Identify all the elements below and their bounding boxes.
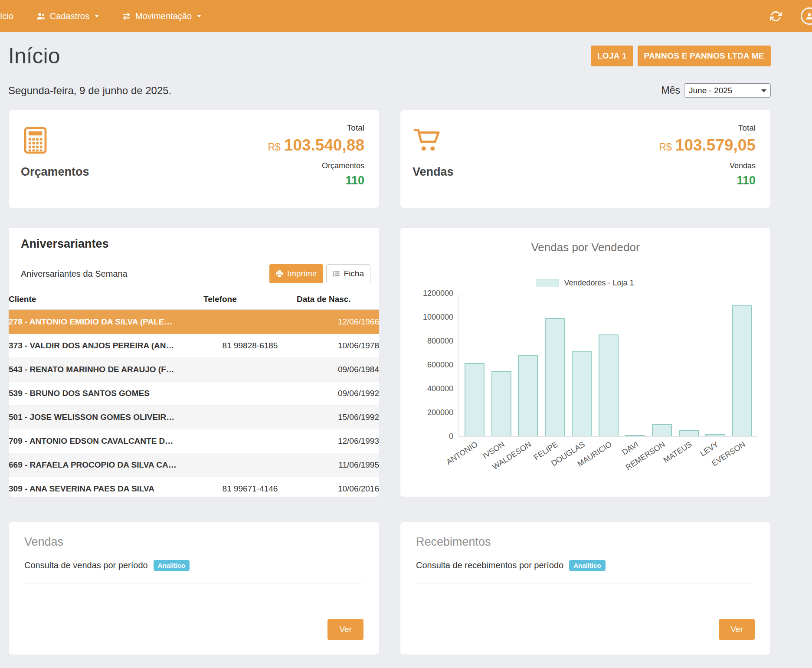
aniversariantes-card: Aniversariantes Aniversariantes da Seman… [8,227,380,497]
table-row[interactable]: 709 - ANTONIO EDSON CAVALCANTE D…12/06/1… [9,429,379,453]
table-row[interactable]: 543 - RENATO MARINHO DE ARAUJO (F…09/06/… [9,358,379,382]
y-axis-label: 1000000 [423,313,453,322]
x-axis-label: ANTONIO [445,440,479,467]
currency-symbol: R$ [268,141,280,153]
aniversariantes-subtitle: Aniversariantes da Semana [21,269,128,279]
ver-recebimentos-button[interactable]: Ver [719,619,755,640]
y-axis-label: 200000 [427,408,453,417]
bar-slot: DAVI [622,294,648,436]
chart-title: Vendas por Vendedor [413,241,757,254]
table-row[interactable]: 309 - ANA SEVERINA PAES DA SILVA81 99671… [9,477,379,498]
nav-movimentacao[interactable]: Movimentação [110,11,213,21]
client-cell: 501 - JOSE WELISSON GOMES OLIVEIR… [9,406,203,429]
birthdate-cell: 09/06/1984 [297,358,379,382]
bar-slot: LEVY [702,294,729,436]
bar-slot: WALDESON [514,294,541,436]
phone-cell [203,453,297,477]
divider [416,583,755,583]
month-label: Mês [661,85,680,96]
count-label: Vendas [730,161,756,170]
client-cell: 709 - ANTONIO EDSON CAVALCANTE D… [9,429,203,453]
orcamentos-total-amount: R$ 103.540,88 [268,136,364,154]
legend-label: Vendedores - Loja 1 [564,278,634,288]
divider [24,583,363,583]
chart-legend: Vendedores - Loja 1 [413,278,757,288]
bar-waldeson [518,355,538,436]
amount-value: 103.579,05 [675,136,756,154]
users-icon [36,11,46,21]
bar-mauricio [599,334,619,436]
y-axis: 020000040000060000080000010000001200000 [415,294,458,437]
month-select[interactable]: June - 2025 [684,83,771,98]
bar-mateus [679,430,699,436]
ver-vendas-button[interactable]: Ver [327,619,363,640]
vendas-por-vendedor-card: Vendas por Vendedor Vendedores - Loja 1 … [400,227,771,497]
table-row[interactable]: 501 - JOSE WELISSON GOMES OLIVEIR…15/06/… [9,406,379,429]
nav-right [770,0,812,32]
phone-cell [203,406,297,429]
nav-cadastros[interactable]: Cadastros [25,11,110,21]
imprimir-button[interactable]: Imprimir [269,264,323,283]
client-cell: 539 - BRUNO DOS SANTOS GOMES [9,382,203,406]
y-axis-label: 800000 [427,337,453,346]
birthdate-cell: 12/06/1966 [297,310,379,334]
phone-cell: 81 99828-6185 [203,334,297,358]
stats-row: Orçamentos Total R$ 103.540,88 Orçamento… [8,110,771,208]
bar-antonio [465,363,485,436]
birthdate-cell: 09/06/1992 [297,382,379,406]
birthdate-cell: 15/06/1992 [297,406,379,429]
bar-remerson [652,424,672,436]
main-content: Início LOJA 1 PANNOS E PANNOS LTDA ME Se… [8,43,771,655]
bar-slot: REMERSON [648,294,675,436]
chevron-down-icon [197,15,201,17]
x-axis-label: MATEUS [662,440,694,465]
birthdate-cell: 10/06/2016 [297,477,379,498]
orcamentos-title: Orçamentos [21,165,89,179]
table-row[interactable]: 373 - VALDIR DOS ANJOS PEREIRA (AN…81 99… [9,334,379,358]
chevron-down-icon [95,15,99,17]
legend-swatch [537,279,559,287]
bar-slot: ANTONIO [461,294,488,436]
vendas-title: Vendas [413,165,454,179]
table-row[interactable]: 278 - ANTONIO EMIDIO DA SILVA (PALE…12/0… [9,310,379,334]
aniversariantes-table: Cliente Telefone Data de Nasc. 278 - ANT… [9,289,379,497]
client-cell: 309 - ANA SEVERINA PAES DA SILVA [9,477,203,498]
analitico-badge: Analítico [569,560,605,571]
vendas-panel-title: Vendas [24,535,363,549]
nav-links: Início Cadastros Movimentação [0,11,213,21]
imprimir-label: Imprimir [287,269,317,278]
ficha-button[interactable]: Ficha [326,264,370,283]
bar-slot: FELIPE [541,294,568,436]
table-header-row: Cliente Telefone Data de Nasc. [9,289,379,310]
nav-inicio-label: Início [0,11,13,21]
bottom-row: Vendas Consulta de vendas por período An… [8,522,771,655]
company-button[interactable]: PANNOS E PANNOS LTDA ME [638,46,771,66]
shopping-cart-icon [413,126,442,157]
bar-douglas [572,351,592,436]
bar-felipe [545,318,565,436]
total-label: Total [347,123,364,133]
bar-slot: DOUGLAS [568,294,595,436]
nav-movimentacao-label: Movimentação [135,11,192,21]
bar-ivson [491,371,511,436]
store-button[interactable]: LOJA 1 [591,46,633,66]
vendas-panel: Vendas Consulta de vendas por período An… [8,522,380,655]
phone-cell [203,358,297,382]
plot-area: ANTONIOIVSONWALDESONFELIPEDOUGLASMAURICI… [458,294,757,437]
table-row[interactable]: 539 - BRUNO DOS SANTOS GOMES09/06/1992 [9,382,379,406]
col-header-nascimento: Data de Nasc. [297,289,379,310]
col-header-telefone: Telefone [203,289,297,310]
client-cell: 373 - VALDIR DOS ANJOS PEREIRA (AN… [9,334,203,358]
table-row[interactable]: 669 - RAFAELA PROCOPIO DA SILVA CA…11/06… [9,453,379,477]
bar-slot: MATEUS [675,294,702,436]
y-axis-label: 1200000 [423,289,453,298]
recebimentos-panel-description: Consulta de recebimentos por período [416,560,563,570]
bar-levy [705,434,725,436]
recebimentos-panel: Recebimentos Consulta de recebimentos po… [400,522,771,655]
nav-inicio[interactable]: Início [0,11,25,21]
aniversariantes-heading: Aniversariantes [9,228,379,258]
calculator-icon [21,126,50,157]
user-avatar[interactable] [801,7,812,25]
refresh-icon[interactable] [770,10,782,22]
col-header-cliente: Cliente [9,289,203,310]
